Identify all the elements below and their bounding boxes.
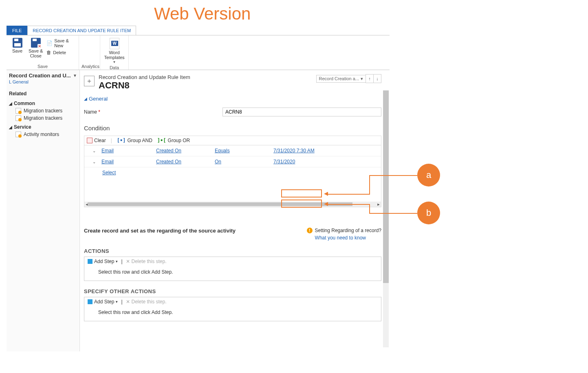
sidebar-group-service[interactable]: ◢Service bbox=[7, 122, 79, 131]
annotation-arrow-b bbox=[324, 202, 328, 206]
info-link[interactable]: What you need to know bbox=[315, 235, 381, 241]
section-general-header[interactable]: ◢General bbox=[84, 96, 381, 102]
content-area: ＋ Record Creation and Update Rule Item A… bbox=[80, 70, 390, 351]
add-step-button[interactable]: Add Step▾ bbox=[88, 259, 118, 264]
row-menu-icon[interactable]: ⌄ bbox=[92, 149, 96, 153]
clear-icon bbox=[87, 138, 92, 143]
condition-clear-button[interactable]: Clear bbox=[87, 138, 106, 143]
sidebar-group-common[interactable]: ◢Common bbox=[7, 98, 79, 107]
sidebar-item-migration-trackers[interactable]: Migration trackers bbox=[7, 107, 79, 114]
annotation-bubble-b: b bbox=[417, 202, 440, 224]
other-actions-box: Add Step▾ | ✕Delete this step. Select th… bbox=[84, 297, 381, 321]
scroll-right-icon[interactable]: ► bbox=[376, 202, 381, 207]
group-or-label: Group OR bbox=[168, 138, 190, 143]
chevron-down-icon: ▾ bbox=[116, 259, 118, 263]
ribbon-group-analytics-label: Analytics bbox=[81, 63, 97, 70]
condition-group-or-button[interactable]: ]•[Group OR bbox=[157, 138, 190, 143]
add-step-button[interactable]: Add Step▾ bbox=[88, 299, 118, 305]
add-step-icon bbox=[88, 299, 92, 304]
row-menu-icon[interactable]: ⌄ bbox=[92, 160, 96, 164]
record-type-label: Record Creation and Update Rule Item bbox=[99, 74, 190, 80]
save-label: Save bbox=[12, 48, 22, 53]
annotation-bubble-a: a bbox=[417, 164, 440, 186]
sidebar-group-label: Common bbox=[14, 101, 35, 106]
cond-select-link[interactable]: Select bbox=[102, 170, 116, 176]
tab-file[interactable]: FILE bbox=[7, 26, 27, 35]
sidebar-item-activity-monitors[interactable]: Activity monitors bbox=[7, 131, 79, 138]
floppy-close-icon bbox=[31, 38, 41, 48]
annotation-line bbox=[369, 213, 417, 214]
delete-step-label: Delete this step. bbox=[132, 259, 167, 264]
ribbon-group-save-label: Save bbox=[9, 63, 76, 70]
condition-grid: ⌄ Email Created On Equals 7/31/2020 7:30… bbox=[84, 145, 381, 202]
cond-entity-link[interactable]: Email bbox=[101, 159, 114, 165]
record-nav-up[interactable]: ↑ bbox=[366, 74, 374, 83]
actions-placeholder[interactable]: Select this row and click Add Step. bbox=[84, 266, 381, 281]
chevron-down-icon: ▾ bbox=[361, 76, 363, 81]
sidebar-item-label: Migration trackers bbox=[24, 108, 62, 114]
annotation-line bbox=[328, 194, 370, 195]
sidebar-item-migration-trackers-2[interactable]: Migration trackers bbox=[7, 114, 79, 122]
other-actions-placeholder[interactable]: Select this row and click Add Step. bbox=[84, 306, 381, 321]
save-button[interactable]: Save bbox=[9, 36, 26, 53]
vertical-scrollbar[interactable] bbox=[383, 90, 389, 347]
document-icon bbox=[15, 132, 21, 137]
cond-attr-link[interactable]: Created On bbox=[156, 159, 181, 165]
app-window: FILE RECORD CREATION AND UPDATE RULE ITE… bbox=[7, 26, 390, 351]
create-section-label: Create record and set as the regarding o… bbox=[84, 228, 236, 234]
name-input[interactable] bbox=[222, 108, 381, 116]
sidebar-general-link[interactable]: L General bbox=[7, 79, 79, 87]
save-new-button[interactable]: Save & New bbox=[46, 38, 76, 48]
cond-op-link[interactable]: Equals bbox=[215, 148, 230, 154]
group-and-icon: [•] bbox=[117, 138, 126, 143]
condition-select-row: Select bbox=[84, 167, 381, 178]
annotation-line bbox=[369, 175, 370, 194]
sidebar-title: Record Creation and U... bbox=[9, 72, 71, 79]
record-nav-dropdown[interactable]: Record Creation a...▾ bbox=[316, 75, 366, 83]
sidebar-section-related: Related bbox=[7, 87, 79, 98]
tab-record-rule-item[interactable]: RECORD CREATION AND UPDATE RULE ITEM bbox=[27, 26, 136, 35]
add-step-label: Add Step bbox=[94, 299, 114, 305]
record-nav-down[interactable]: ↓ bbox=[373, 74, 381, 83]
delete-label: Delete bbox=[53, 50, 66, 55]
info-question: Setting Regarding of a record? bbox=[315, 228, 381, 233]
save-close-label: Save & Close bbox=[29, 48, 43, 58]
word-templates-button[interactable]: Word Templates ▼ bbox=[103, 36, 126, 64]
annotation-a-label: a bbox=[426, 170, 431, 180]
condition-group-and-button[interactable]: [•]Group AND bbox=[117, 138, 152, 143]
cond-val-link[interactable]: 7/31/2020 bbox=[273, 159, 295, 165]
ribbon-group-save: Save Save & Close Save & New Delete bbox=[7, 35, 79, 70]
sidebar-group-label: Service bbox=[14, 124, 31, 130]
delete-step-button: ✕Delete this step. bbox=[126, 259, 167, 264]
annotation-arrow-a bbox=[324, 192, 328, 196]
record-nav-label: Record Creation a... bbox=[319, 76, 359, 81]
add-step-icon bbox=[88, 259, 92, 264]
cond-entity-link[interactable]: Email bbox=[101, 148, 114, 154]
delete-button[interactable]: Delete bbox=[46, 49, 76, 56]
cond-attr-link[interactable]: Created On bbox=[156, 148, 181, 154]
annotation-highlight-a bbox=[281, 189, 322, 197]
tab-bar: FILE RECORD CREATION AND UPDATE RULE ITE… bbox=[7, 26, 390, 35]
word-icon bbox=[110, 38, 119, 49]
delete-step-label: Delete this step. bbox=[132, 299, 167, 305]
condition-row: ⌄ Email Created On Equals 7/31/2020 7:30… bbox=[84, 145, 381, 156]
cond-op-link[interactable]: On bbox=[215, 159, 221, 165]
condition-title: Condition bbox=[84, 125, 381, 132]
sidebar-item-label: Activity monitors bbox=[24, 132, 59, 137]
save-close-button[interactable]: Save & Close bbox=[27, 36, 44, 58]
annotation-highlight-b bbox=[281, 200, 322, 208]
required-icon: * bbox=[98, 109, 100, 115]
add-step-label: Add Step bbox=[94, 259, 114, 264]
word-templates-label: Word Templates bbox=[104, 50, 124, 60]
sidebar-dropdown-icon[interactable]: ▼ bbox=[73, 73, 77, 78]
chevron-down-icon: ▾ bbox=[116, 300, 118, 304]
cond-val-link[interactable]: 7/31/2020 7:30 AM bbox=[273, 148, 315, 154]
ribbon: Save Save & Close Save & New Delete bbox=[7, 35, 390, 70]
document-icon bbox=[15, 108, 21, 114]
ribbon-group-analytics: Analytics bbox=[79, 35, 100, 70]
annotation-line bbox=[369, 175, 417, 176]
record-type-icon: ＋ bbox=[84, 76, 95, 86]
info-panel: !Setting Regarding of a record? What you… bbox=[307, 228, 381, 241]
actions-box: Add Step▾ | ✕Delete this step. Select th… bbox=[84, 257, 381, 281]
scrollbar-thumb[interactable] bbox=[383, 90, 389, 283]
